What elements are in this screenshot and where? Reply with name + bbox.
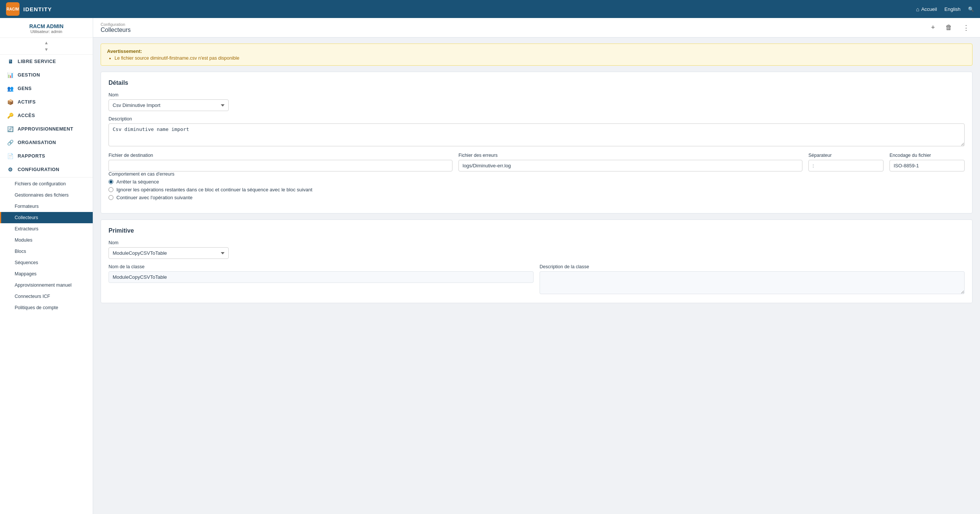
sidebar-item-label: ORGANISATION: [18, 140, 56, 145]
accueil-link[interactable]: Accueil: [916, 6, 937, 13]
sidebar-sub-approvisionnement-manuel[interactable]: Approvisionnement manuel: [0, 279, 93, 291]
radio-ignore-label: Ignorer les opérations restantes dans ce…: [116, 187, 312, 192]
nom-classe-input: [108, 271, 533, 283]
encodage-group: Encodage du fichier: [889, 153, 965, 171]
scroll-up-btn[interactable]: ▲: [41, 40, 52, 46]
add-button[interactable]: +: [928, 22, 938, 33]
rapports-icon: 📄: [7, 153, 14, 159]
sidebar-item-approvisionnement[interactable]: 🔄 APPROVISIONNEMENT: [0, 122, 93, 136]
sidebar-item-label: GENS: [18, 86, 32, 91]
radio-continue-item[interactable]: Continuer avec l'opération suivante: [108, 195, 965, 200]
radio-stop-item[interactable]: Arrêter la séquence: [108, 179, 965, 185]
radio-group: Arrêter la séquence Ignorer les opératio…: [108, 179, 965, 200]
username: RACM ADMIN: [6, 23, 87, 29]
sidebar-sub-modules[interactable]: Modules: [0, 235, 93, 246]
nav-right: Accueil English 🔍: [916, 6, 974, 13]
name-group: Nom Csv Diminutive Import: [108, 92, 965, 111]
sidebar-sub-sequences[interactable]: Séquences: [0, 257, 93, 268]
sidebar-sub-extracteurs[interactable]: Extracteurs: [0, 223, 93, 235]
primitive-name-select[interactable]: ModuleCopyCSVToTable: [108, 247, 229, 259]
libre-service-icon: 🖥: [7, 59, 14, 65]
breadcrumb: Configuration Collecteurs: [101, 22, 130, 33]
radio-continue-input[interactable]: [108, 195, 113, 200]
sidebar-item-label: LIBRE SERVICE: [18, 59, 56, 64]
primitive-card: Primitive Nom ModuleCopyCSVToTable Nom d…: [101, 219, 972, 303]
sidebar-scroll-controls: ▲ ▼: [0, 38, 93, 55]
encodage-input[interactable]: [889, 160, 965, 171]
page-body: Avertissement: Le fichier source diminut…: [93, 38, 980, 514]
encodage-label: Encodage du fichier: [889, 153, 965, 158]
description-label: Description: [108, 116, 965, 122]
sidebar-item-configuration[interactable]: ⚙ CONFIGURATION: [0, 163, 93, 176]
fichier-destination-label: Fichier de destination: [108, 153, 452, 158]
name-select[interactable]: Csv Diminutive Import: [108, 100, 229, 111]
nom-classe-label: Nom de la classe: [108, 264, 533, 270]
alert-message: Le fichier source diminutif-firstname.cs…: [115, 56, 966, 61]
approvisionnement-icon: 🔄: [7, 126, 14, 132]
radio-ignore-input[interactable]: [108, 187, 113, 192]
search-link[interactable]: 🔍: [968, 6, 974, 12]
description-input[interactable]: Csv diminutive name import: [108, 124, 965, 146]
separateur-input[interactable]: [808, 160, 883, 171]
top-navbar: RAC/M IDENTITY Accueil English 🔍: [0, 0, 980, 18]
fichier-destination-group: Fichier de destination: [108, 153, 452, 171]
sidebar-item-label: CONFIGURATION: [18, 167, 59, 172]
radio-continue-label: Continuer avec l'opération suivante: [116, 195, 192, 200]
sidebar-item-actifs[interactable]: 📦 ACTIFS: [0, 95, 93, 109]
fichier-erreurs-input[interactable]: [458, 160, 802, 171]
sidebar-item-gestion[interactable]: 📊 GESTION: [0, 68, 93, 82]
details-card: Détails Nom Csv Diminutive Import Descri…: [101, 71, 972, 214]
sidebar-sub-fichiers-configuration[interactable]: Fichiers de configuration: [0, 178, 93, 189]
primitive-name-group: Nom ModuleCopyCSVToTable: [108, 240, 965, 259]
sidebar-scroll-area: 🖥 LIBRE SERVICE 📊 GESTION 👥 GENS 📦 ACTIF…: [0, 55, 93, 514]
sidebar-item-gens[interactable]: 👥 GENS: [0, 82, 93, 95]
actifs-icon: 📦: [7, 99, 14, 105]
comportement-label: Comportement en cas d'erreurs: [108, 171, 965, 177]
sidebar-sub-formateurs[interactable]: Formateurs: [0, 201, 93, 212]
sidebar-sub-gestionnaires-fichiers[interactable]: Gestionnaires des fichiers: [0, 189, 93, 201]
home-icon: [916, 6, 919, 13]
sidebar-item-acces[interactable]: 🔑 ACCÈS: [0, 109, 93, 122]
sidebar-item-label: RAPPORTS: [18, 154, 45, 159]
desc-classe-group: Description de la classe: [539, 264, 965, 295]
sidebar: RACM ADMIN Utilisateur: admin ▲ ▼ 🖥 LIBR…: [0, 18, 93, 514]
sidebar-divider: [0, 177, 93, 178]
desc-classe-input: [539, 271, 965, 294]
scroll-down-btn[interactable]: ▼: [41, 46, 52, 53]
search-icon: 🔍: [968, 6, 974, 12]
sidebar-sub-connecteurs-icf[interactable]: Connecteurs ICF: [0, 291, 93, 302]
delete-button[interactable]: 🗑: [942, 22, 955, 33]
radio-stop-input[interactable]: [108, 179, 113, 184]
sidebar-item-rapports[interactable]: 📄 RAPPORTS: [0, 149, 93, 163]
fichier-erreurs-group: Fichier des erreurs: [458, 153, 802, 171]
sidebar-item-label: GESTION: [18, 72, 40, 78]
logo-icon: RAC/M: [6, 2, 19, 16]
sidebar-sub-collecteurs[interactable]: Collecteurs: [0, 212, 93, 223]
sub-header: Configuration Collecteurs + 🗑 ⋮: [93, 18, 980, 38]
configuration-icon: ⚙: [7, 167, 14, 173]
user-role: Utilisateur: admin: [6, 29, 87, 34]
primitive-name-label: Nom: [108, 240, 965, 245]
primitive-class-row: Nom de la classe Description de la class…: [108, 264, 965, 295]
separateur-label: Séparateur: [808, 153, 883, 158]
sidebar-item-organisation[interactable]: 🔗 ORGANISATION: [0, 136, 93, 149]
more-button[interactable]: ⋮: [960, 22, 972, 33]
language-selector[interactable]: English: [944, 6, 961, 12]
radio-ignore-item[interactable]: Ignorer les opérations restantes dans ce…: [108, 187, 965, 192]
sidebar-item-libre-service[interactable]: 🖥 LIBRE SERVICE: [0, 55, 93, 68]
main-content: Configuration Collecteurs + 🗑 ⋮ Avertiss…: [93, 18, 980, 514]
app-name: IDENTITY: [23, 6, 52, 13]
alert-title: Avertissement:: [107, 48, 966, 54]
sidebar-sub-politiques-compte[interactable]: Politiques de compte: [0, 302, 93, 313]
app-body: RACM ADMIN Utilisateur: admin ▲ ▼ 🖥 LIBR…: [0, 18, 980, 514]
sidebar-sub-mappages[interactable]: Mappages: [0, 268, 93, 279]
sidebar-item-label: ACTIFS: [18, 100, 36, 105]
sidebar-sub-blocs[interactable]: Blocs: [0, 246, 93, 257]
name-label: Nom: [108, 92, 965, 98]
breadcrumb-current: Collecteurs: [101, 27, 130, 33]
acces-icon: 🔑: [7, 113, 14, 119]
sidebar-user: RACM ADMIN Utilisateur: admin: [0, 18, 93, 38]
fichier-destination-input[interactable]: [108, 160, 452, 171]
sidebar-item-label: ACCÈS: [18, 113, 35, 118]
gestion-icon: 📊: [7, 72, 14, 78]
